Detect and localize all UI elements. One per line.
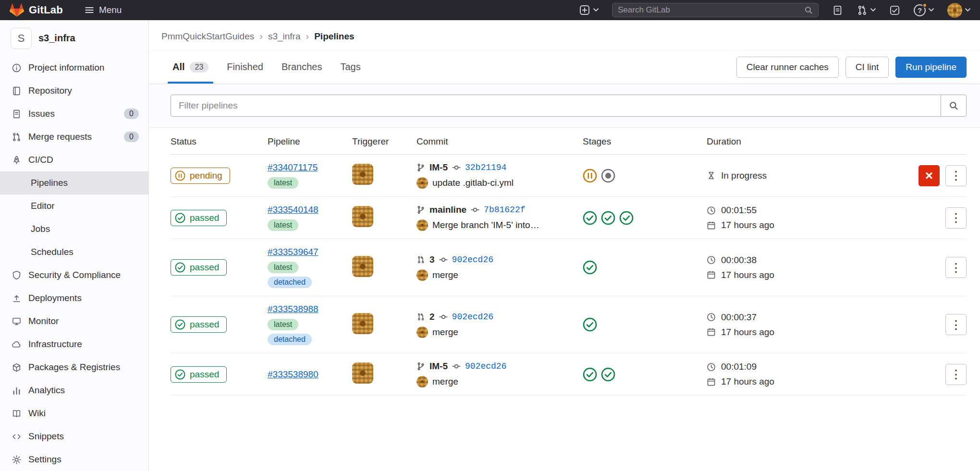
ref-link[interactable]: 3 [429, 254, 435, 265]
sidebar-item-project-information[interactable]: Project information [0, 56, 148, 79]
breadcrumb-group-link[interactable]: PmmQuickStartGuides [161, 31, 254, 42]
sidebar-item-monitor[interactable]: Monitor [0, 310, 148, 333]
triggerer-avatar[interactable] [352, 362, 373, 384]
project-header[interactable]: S s3_infra [0, 20, 148, 56]
help-nav-button[interactable]: ? [914, 4, 934, 16]
status-badge-passed[interactable]: passed [171, 210, 227, 226]
committer-avatar[interactable] [416, 376, 428, 387]
ref-link[interactable]: mainline [429, 205, 466, 215]
cancel-pipeline-button[interactable]: × [919, 165, 940, 186]
commit-sha-link[interactable]: 902ecd26 [465, 362, 506, 371]
status-label: passed [190, 319, 219, 330]
pipelines-table: Status Pipeline Triggerer Commit Stages … [149, 128, 980, 396]
stage-passed-icon[interactable] [583, 317, 597, 332]
status-badge-passed[interactable]: passed [171, 316, 227, 333]
triggerer-avatar[interactable] [352, 164, 373, 185]
tab-finished[interactable]: Finished [222, 50, 268, 84]
filter-pipelines-input[interactable] [171, 95, 941, 117]
commit-message-link[interactable]: merge [432, 270, 458, 280]
tab-branches[interactable]: Branches [277, 50, 327, 84]
sidebar-item-jobs[interactable]: Jobs [0, 217, 148, 241]
sidebar-item-pipelines[interactable]: Pipelines [0, 171, 148, 194]
triggerer-avatar[interactable] [352, 206, 373, 227]
issues-nav-button[interactable] [832, 5, 843, 16]
sidebar-item-infrastructure[interactable]: Infrastructure [0, 333, 148, 356]
todos-nav-button[interactable] [889, 5, 900, 16]
pipeline-more-actions-button[interactable]: ⋮ [945, 257, 967, 278]
ref-link[interactable]: IM-5 [429, 162, 448, 173]
menu-button[interactable]: Menu [84, 5, 122, 15]
tab-count-badge: 23 [190, 62, 209, 72]
tab-all[interactable]: All 23 [168, 50, 213, 84]
commit-sha-link[interactable]: 902ecd26 [452, 312, 493, 322]
sidebar-item-snippets[interactable]: Snippets [0, 425, 148, 448]
commit-message-link[interactable]: Merge branch 'IM-5' into… [432, 220, 539, 230]
sidebar-item-label: Jobs [31, 224, 50, 234]
stage-passed-icon[interactable] [583, 211, 597, 225]
status-badge-pending[interactable]: pending [171, 168, 230, 184]
stage-pending-icon[interactable] [583, 169, 597, 183]
breadcrumb-project-link[interactable]: s3_infra [268, 31, 301, 42]
pipeline-more-actions-button[interactable]: ⋮ [945, 165, 967, 186]
check-circle-icon [175, 262, 185, 273]
committer-avatar[interactable] [416, 219, 428, 231]
commit-message-link[interactable]: update .gitlab-ci.yml [432, 178, 514, 188]
gitlab-logo[interactable]: GitLab [10, 3, 63, 17]
new-menu-button[interactable] [579, 4, 599, 16]
filter-search-button[interactable] [941, 95, 967, 117]
triggerer-avatar[interactable] [352, 256, 373, 277]
pipeline-id-link[interactable]: #333538980 [268, 369, 318, 380]
user-menu-button[interactable] [947, 3, 970, 18]
merge-requests-nav-button[interactable] [857, 5, 876, 16]
sidebar-item-settings[interactable]: Settings [0, 448, 148, 471]
sidebar-item-issues[interactable]: Issues 0 [0, 102, 148, 125]
commit-message-link[interactable]: merge [432, 327, 458, 338]
sidebar-item-schedules[interactable]: Schedules [0, 241, 148, 264]
sidebar-item-ci-cd[interactable]: CI/CD [0, 148, 148, 171]
pipeline-id-link[interactable]: #333539647 [268, 247, 318, 257]
status-badge-passed[interactable]: passed [171, 259, 227, 276]
clear-runner-caches-button[interactable]: Clear runner caches [736, 57, 839, 78]
pipeline-id-link[interactable]: #333540148 [268, 205, 318, 215]
search-input[interactable] [618, 5, 804, 15]
global-search[interactable] [612, 3, 819, 17]
ci-lint-button[interactable]: CI lint [845, 57, 889, 78]
top-navbar: GitLab Menu [0, 0, 980, 20]
ref-link[interactable]: IM-5 [429, 361, 448, 372]
committer-avatar[interactable] [416, 326, 428, 338]
check-circle-icon [175, 213, 185, 223]
pipeline-more-actions-button[interactable]: ⋮ [945, 207, 967, 229]
committer-avatar[interactable] [416, 269, 428, 281]
pipeline-more-actions-button[interactable]: ⋮ [945, 314, 967, 335]
triggerer-avatar[interactable] [352, 313, 373, 334]
sidebar-item-editor[interactable]: Editor [0, 194, 148, 217]
sidebar-item-analytics[interactable]: Analytics [0, 379, 148, 402]
sidebar-item-merge-requests[interactable]: Merge requests 0 [0, 125, 148, 148]
sidebar-item-security-compliance[interactable]: Security & Compliance [0, 264, 148, 287]
ref-link[interactable]: 2 [429, 312, 435, 322]
sidebar-item-packages-registries[interactable]: Packages & Registries [0, 356, 148, 379]
book-icon [12, 86, 22, 96]
pipeline-id-link[interactable]: #333538988 [268, 304, 318, 314]
commit-sha-link[interactable]: 32b21194 [465, 163, 506, 172]
committer-avatar[interactable] [416, 177, 428, 189]
status-badge-passed[interactable]: passed [171, 366, 227, 383]
run-pipeline-button[interactable]: Run pipeline [895, 57, 967, 78]
stage-passed-icon[interactable] [583, 367, 597, 382]
pipeline-more-actions-button[interactable]: ⋮ [945, 364, 967, 385]
commit-message-link[interactable]: merge [432, 376, 458, 387]
stage-passed-icon[interactable] [601, 367, 615, 382]
sidebar-item-repository[interactable]: Repository [0, 79, 148, 102]
sidebar-item-wiki[interactable]: Wiki [0, 402, 148, 425]
stage-created-icon[interactable] [601, 169, 615, 183]
sidebar-item-deployments[interactable]: Deployments [0, 287, 148, 310]
commit-sha-link[interactable]: 7b81622f [484, 205, 525, 215]
tab-tags[interactable]: Tags [335, 50, 365, 84]
stage-passed-icon[interactable] [601, 211, 615, 225]
commit-sha-link[interactable]: 902ecd26 [452, 255, 493, 265]
close-icon: × [925, 169, 933, 182]
pipeline-id-link[interactable]: #334071175 [268, 162, 318, 173]
stage-passed-icon[interactable] [583, 260, 597, 275]
ellipsis-vertical-icon: ⋮ [950, 262, 962, 274]
stage-passed-icon[interactable] [619, 211, 634, 225]
